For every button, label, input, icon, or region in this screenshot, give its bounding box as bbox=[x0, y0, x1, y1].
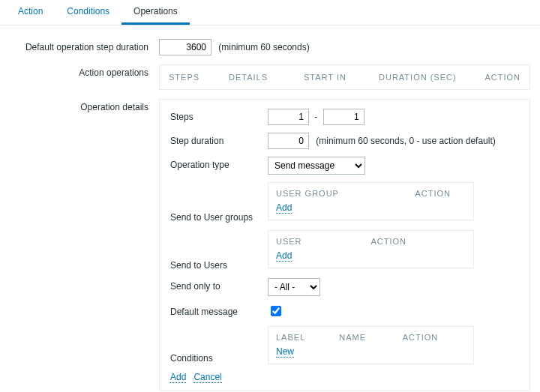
ops-col-duration: DURATION (SEC) bbox=[379, 73, 484, 82]
add-user-group-link[interactable]: Add bbox=[276, 202, 292, 214]
tabs-bar: Action Conditions Operations bbox=[0, 0, 540, 25]
step-duration-hint: (minimum 60 seconds, 0 - use action defa… bbox=[316, 136, 495, 146]
operation-type-label: Operation type bbox=[170, 157, 268, 170]
default-step-duration-hint: (minimum 60 seconds) bbox=[218, 42, 309, 52]
user-col: USER bbox=[276, 237, 371, 246]
step-duration-input[interactable] bbox=[268, 133, 309, 149]
conditions-table: LABEL NAME ACTION New bbox=[268, 326, 474, 364]
conditions-label-col: LABEL bbox=[276, 333, 339, 342]
steps-from-input[interactable] bbox=[268, 109, 309, 125]
cancel-operation-link[interactable]: Cancel bbox=[194, 372, 221, 383]
form-area: Default operation step duration (minimum… bbox=[0, 25, 540, 392]
user-group-col: USER GROUP bbox=[276, 189, 364, 198]
action-operations-table: STEPS DETAILS START IN DURATION (SEC) AC… bbox=[159, 64, 530, 90]
ops-col-steps: STEPS bbox=[169, 73, 229, 82]
steps-to-input[interactable] bbox=[323, 109, 364, 125]
tab-operations[interactable]: Operations bbox=[122, 0, 190, 25]
default-message-checkbox[interactable] bbox=[271, 306, 281, 316]
conditions-label: Conditions bbox=[170, 326, 268, 364]
operation-details-panel: Steps - Step duration (minimum 60 second… bbox=[159, 99, 530, 391]
default-step-duration-input[interactable] bbox=[159, 39, 212, 55]
user-group-action-col: ACTION bbox=[364, 189, 466, 198]
conditions-name-col: NAME bbox=[339, 333, 402, 342]
ops-col-action: ACTION bbox=[484, 73, 520, 82]
ops-col-start-in: START IN bbox=[304, 73, 379, 82]
steps-separator: - bbox=[314, 112, 317, 122]
default-message-label: Default message bbox=[170, 304, 268, 317]
tab-conditions[interactable]: Conditions bbox=[55, 0, 122, 25]
default-step-duration-label: Default operation step duration bbox=[9, 39, 159, 52]
step-duration-label: Step duration bbox=[170, 133, 268, 146]
new-condition-link[interactable]: New bbox=[276, 346, 294, 358]
operation-type-select[interactable]: Send message bbox=[268, 157, 365, 175]
user-groups-table: USER GROUP ACTION Add bbox=[268, 182, 474, 220]
operation-details-label: Operation details bbox=[9, 99, 159, 112]
action-operations-label: Action operations bbox=[9, 64, 159, 78]
add-operation-link[interactable]: Add bbox=[170, 372, 186, 383]
steps-label: Steps bbox=[170, 109, 268, 122]
conditions-action-col: ACTION bbox=[403, 333, 466, 342]
send-only-to-select[interactable]: - All - bbox=[268, 278, 320, 296]
send-to-users-label: Send to Users bbox=[170, 230, 268, 271]
add-user-link[interactable]: Add bbox=[276, 250, 292, 262]
user-action-col: ACTION bbox=[371, 237, 466, 246]
tab-action[interactable]: Action bbox=[6, 0, 55, 25]
send-only-to-label: Send only to bbox=[170, 278, 268, 292]
users-table: USER ACTION Add bbox=[268, 230, 474, 268]
ops-col-details: DETAILS bbox=[229, 73, 304, 82]
send-to-user-groups-label: Send to User groups bbox=[170, 182, 268, 223]
